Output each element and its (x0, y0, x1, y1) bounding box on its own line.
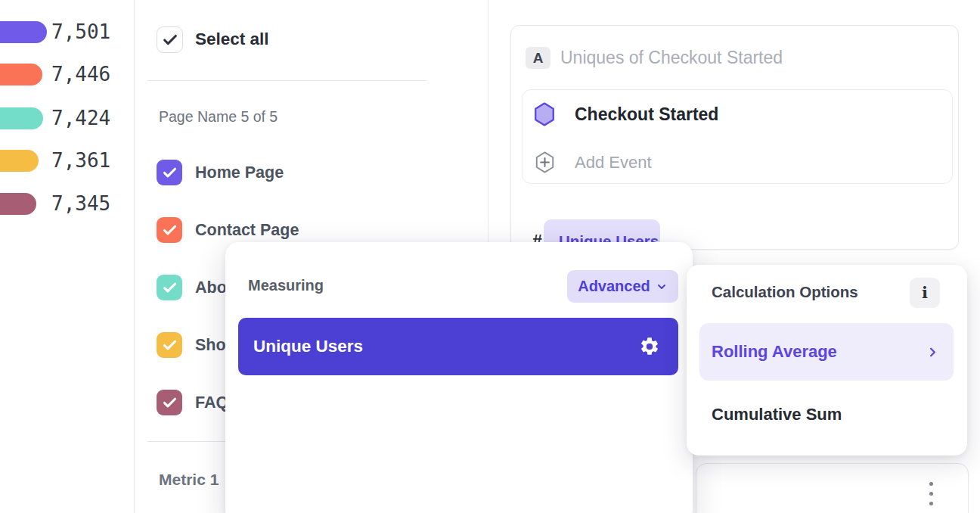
panel-divider-left (134, 0, 135, 513)
divider (147, 80, 426, 81)
bar-value-label: 7,424 (51, 107, 110, 129)
metric-label: Metric 1 (159, 471, 219, 489)
calculation-options-title: Calculation Options (712, 283, 858, 301)
check-icon (162, 165, 178, 181)
series-badge: A (526, 47, 550, 69)
checkbox-about-page[interactable] (157, 275, 182, 300)
next-section-card (696, 463, 969, 513)
measuring-popover: Measuring Advanced Unique Users Total Ev… (225, 242, 693, 513)
bar-segment[interactable] (0, 150, 39, 172)
gear-icon[interactable] (639, 336, 660, 357)
event-list-card: Checkout Started Add Event (522, 89, 953, 184)
app-canvas: 7,501 7,446 7,424 7,361 7,345 Select all (0, 0, 980, 513)
checkbox-home-page[interactable] (157, 160, 182, 185)
measuring-title: Measuring (248, 277, 324, 294)
event-hexagon-icon (532, 101, 557, 127)
bar-value-label: 7,361 (51, 150, 110, 172)
kebab-menu-icon[interactable] (929, 482, 933, 505)
bar-segment[interactable] (0, 193, 36, 215)
bar-segment[interactable] (0, 64, 42, 86)
bar-value-label: 7,345 (51, 193, 110, 215)
chevron-right-icon (926, 345, 940, 359)
check-icon (162, 32, 178, 48)
checkbox-label-home-page: Home Page (195, 160, 284, 185)
add-event-button[interactable]: Add Event (575, 151, 652, 173)
calc-option-cumulative-sum[interactable]: Cumulative Sum (712, 403, 842, 427)
calc-option-label: Rolling Average (712, 342, 837, 362)
check-icon (162, 222, 178, 238)
select-all-label: Select all (195, 26, 269, 52)
info-icon[interactable]: i (910, 278, 940, 308)
checkbox-shop-page[interactable] (157, 332, 182, 358)
menu-option-label: Unique Users (253, 337, 363, 356)
bar-value-label: 7,501 (51, 21, 110, 43)
event-name[interactable]: Checkout Started (575, 102, 718, 126)
bar-segment[interactable] (0, 21, 47, 43)
event-builder-card: A Uniques of Checkout Started Checkout S… (510, 25, 959, 250)
check-icon (162, 337, 178, 353)
check-icon (162, 280, 178, 296)
checkbox-label-contact-page: Contact Page (195, 217, 299, 243)
metric-name-input[interactable]: Uniques of Checkout Started (560, 47, 783, 69)
bar-segment[interactable] (0, 107, 43, 129)
checkbox-faq-page[interactable] (157, 390, 182, 415)
add-event-icon[interactable] (534, 151, 556, 174)
group-by-label: Page Name 5 of 5 (159, 108, 278, 126)
menu-option-unique-users[interactable]: Unique Users (238, 318, 678, 375)
calc-option-rolling-average[interactable]: Rolling Average (699, 323, 954, 381)
select-all-checkbox[interactable] (157, 26, 183, 53)
checkbox-contact-page[interactable] (157, 217, 182, 243)
advanced-mode-value: Advanced (578, 278, 650, 295)
bar-value-label: 7,446 (51, 64, 110, 86)
chevron-down-icon (656, 281, 668, 293)
check-icon (162, 395, 178, 411)
advanced-mode-dropdown[interactable]: Advanced (567, 270, 678, 303)
calculation-options-popover: Calculation Options i Rolling Average Cu… (687, 265, 967, 455)
